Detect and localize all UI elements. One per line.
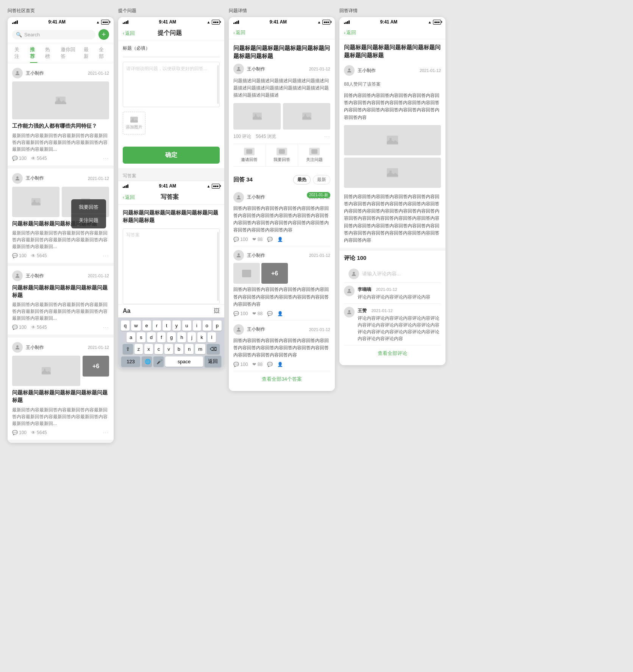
avatar-4	[12, 342, 23, 353]
action-answer[interactable]: 我要回答	[266, 144, 299, 166]
reply-user-row: 王小制作 2021-01-12	[339, 65, 445, 78]
comment-input-row[interactable]: 请输入评论内容...	[344, 266, 441, 283]
key-y[interactable]: y	[172, 320, 181, 331]
view-all-answers-button[interactable]: 查看全部34个答案	[233, 371, 330, 387]
svg-point-23	[238, 195, 239, 197]
confirm-button[interactable]: 确定	[123, 147, 220, 164]
desc-textarea[interactable]: 请详细说明问题，以便获取更好的回答...	[123, 62, 220, 107]
font-button[interactable]: Aa	[123, 308, 130, 314]
post-desc-1: 最新回答内容最新回答内容最新回答内容最新回答内容最新回答内容最新回答内容最新回答…	[12, 132, 109, 153]
kb-row-1: q w e r t y u i o p	[120, 320, 223, 331]
back-button-ask[interactable]: ‹ 返回	[123, 30, 135, 37]
key-n[interactable]: n	[185, 344, 194, 354]
answer-person-3[interactable]: 👤	[277, 362, 283, 367]
key-return[interactable]: 返回	[205, 356, 221, 367]
sort-latest[interactable]: 最新	[313, 175, 330, 184]
question-detail-content: 问题标题问题标题问题标题问题标题问题标题问题标题 王小制作 2021-01-12…	[229, 39, 335, 171]
action-follow[interactable]: 关注问题	[298, 144, 330, 166]
key-o[interactable]: o	[203, 320, 211, 331]
key-j[interactable]: j	[188, 332, 196, 342]
key-k[interactable]: k	[197, 332, 206, 342]
key-d[interactable]: d	[147, 332, 156, 342]
menu-item-answer[interactable]: 我要回答	[71, 201, 106, 214]
answer-chat-2[interactable]: 💬	[267, 311, 273, 316]
write-answer-textarea[interactable]: 写答案	[123, 228, 220, 304]
comment-count-3: 💬 100	[12, 325, 27, 330]
key-123[interactable]: 123	[121, 356, 140, 367]
sort-hot[interactable]: 最热	[293, 175, 311, 184]
answer-chat-1[interactable]: 💬	[267, 237, 273, 242]
key-u[interactable]: u	[182, 320, 191, 331]
detail-image-1	[233, 103, 281, 130]
textarea-placeholder: 请详细说明问题，以便获取更好的回答...	[126, 65, 216, 72]
add-image-button[interactable]: 添加图片	[123, 112, 145, 134]
key-globe[interactable]: 🌐	[142, 356, 152, 367]
more-button-2[interactable]: ···	[103, 253, 109, 258]
key-z[interactable]: z	[134, 344, 143, 354]
key-v[interactable]: v	[164, 344, 173, 354]
comment-input-avatar	[349, 269, 359, 279]
status-bar-detail: 9:41 AM ▲ ■■■	[229, 17, 335, 26]
key-space[interactable]: space	[165, 356, 203, 367]
answer-chat-3[interactable]: 💬	[267, 362, 273, 367]
key-mic[interactable]: 🎤	[153, 356, 164, 367]
key-c[interactable]: c	[155, 344, 163, 354]
key-t[interactable]: t	[163, 320, 171, 331]
date-1: 2021-01-12	[88, 71, 109, 75]
tab-recommend[interactable]: 推荐	[26, 43, 42, 63]
write-sub-screen: 9:41 AM ▲ ■■■ ‹ 返回 写答案 问题标题问题标题问题标题问题标题问…	[118, 181, 224, 369]
key-g[interactable]: g	[167, 332, 176, 342]
back-button-write[interactable]: ‹ 返回	[123, 194, 135, 201]
ask-form: 标题（必填） 请详细说明问题，以便获取更好的回答... 添加图片 确定	[118, 45, 224, 168]
key-i[interactable]: i	[193, 320, 201, 331]
comment-icon-4: 💬	[12, 430, 18, 435]
detail-username: 王小制作	[247, 66, 265, 72]
key-shift[interactable]: ⇧	[123, 344, 133, 354]
key-e[interactable]: e	[142, 320, 151, 331]
action-invite[interactable]: 邀请回答	[233, 144, 266, 166]
more-button-4[interactable]: ···	[103, 430, 109, 435]
search-bar[interactable]: 🔍 Search	[12, 30, 95, 39]
add-question-button[interactable]: +	[98, 29, 109, 40]
more-button-1[interactable]: ···	[103, 156, 109, 161]
tab-invite[interactable]: 邀你回答	[57, 43, 80, 63]
answer-person-2[interactable]: 👤	[277, 311, 283, 316]
key-x[interactable]: x	[144, 344, 153, 354]
key-q[interactable]: q	[121, 320, 130, 331]
view-all-comments-button[interactable]: 查看全部评论	[344, 345, 441, 361]
answer-date-3: 2021-01-12	[309, 327, 330, 332]
key-w[interactable]: w	[131, 320, 141, 331]
comment-count-4: 💬 100	[12, 430, 27, 435]
key-p[interactable]: p	[213, 320, 222, 331]
key-delete[interactable]: ⌫	[207, 344, 220, 354]
answer-person-1[interactable]: 👤	[277, 237, 283, 242]
tab-all[interactable]: 全部	[95, 43, 111, 63]
key-h[interactable]: h	[177, 332, 186, 342]
detail-more[interactable]: ···	[324, 134, 330, 139]
answer-username-3: 王小制作	[247, 326, 265, 333]
image-insert-button[interactable]: 🖼	[214, 308, 220, 314]
key-l[interactable]: l	[208, 332, 216, 342]
back-button-reply[interactable]: ‹ 返回	[344, 29, 356, 36]
screen2-label: 提个问题	[118, 8, 224, 14]
comment-item-2: 王赞 2021-01-12 评论内容评论内容评论内容评论内容评论内容评论内容评论…	[344, 304, 441, 345]
back-button-detail[interactable]: ‹ 返回	[233, 29, 245, 36]
key-a[interactable]: a	[127, 332, 135, 342]
user-info-3: 王小制作	[12, 270, 44, 281]
menu-item-follow[interactable]: 关注问题	[71, 214, 106, 227]
more-button-3[interactable]: ···	[103, 325, 109, 330]
reply-date: 2021-01-12	[420, 68, 441, 73]
key-b[interactable]: b	[175, 344, 183, 354]
post-footer-4: 💬 100 👁 5645 ···	[12, 430, 109, 435]
svg-point-9	[16, 274, 18, 276]
answer-avatar-3	[233, 324, 244, 335]
tab-latest[interactable]: 最新	[80, 43, 95, 63]
tab-follow[interactable]: 关注	[11, 43, 26, 63]
key-m[interactable]: m	[195, 344, 205, 354]
key-s[interactable]: s	[137, 332, 145, 342]
back-arrow-reply: ‹	[344, 30, 345, 36]
tab-hot[interactable]: 热榜	[41, 43, 57, 63]
key-f[interactable]: f	[157, 332, 166, 342]
key-r[interactable]: r	[153, 320, 161, 331]
comment-username-1: 李嘀嘀	[358, 287, 371, 292]
